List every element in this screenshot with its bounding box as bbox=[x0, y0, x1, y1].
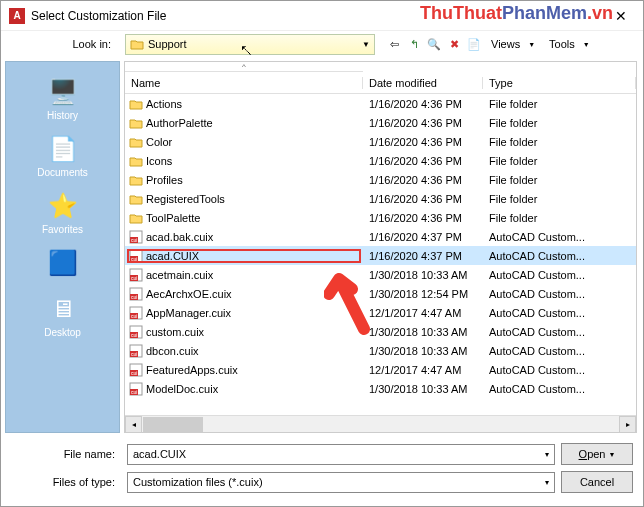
bottom-panel: File name: acad.CUIX▾ Open ▼ Files of ty… bbox=[1, 437, 643, 499]
app-icon: A bbox=[9, 8, 25, 24]
file-date: 1/16/2020 4:36 PM bbox=[363, 98, 483, 110]
folder-icon bbox=[129, 193, 143, 205]
file-type: File folder bbox=[483, 117, 636, 129]
file-row[interactable]: cuiAppManager.cuix12/1/2017 4:47 AMAutoC… bbox=[125, 303, 636, 322]
file-type: File folder bbox=[483, 212, 636, 224]
file-row[interactable]: Color1/16/2020 4:36 PMFile folder bbox=[125, 132, 636, 151]
svg-text:cui: cui bbox=[131, 389, 137, 395]
file-row[interactable]: Actions1/16/2020 4:36 PMFile folder bbox=[125, 94, 636, 113]
file-row[interactable]: cuiacad.bak.cuix1/16/2020 4:37 PMAutoCAD… bbox=[125, 227, 636, 246]
file-rows: Actions1/16/2020 4:36 PMFile folderAutho… bbox=[125, 94, 636, 415]
column-headers: Name Date modified Type bbox=[125, 72, 636, 94]
sidebar-item[interactable]: 🖥Desktop bbox=[23, 289, 103, 342]
cancel-button[interactable]: Cancel bbox=[561, 471, 633, 493]
file-name: acad.bak.cuix bbox=[146, 231, 213, 243]
chevron-down-icon: ▾ bbox=[545, 478, 549, 487]
new-folder-icon[interactable]: 📄 bbox=[465, 35, 483, 53]
svg-text:cui: cui bbox=[131, 351, 137, 357]
doc-icon: 📄 bbox=[47, 133, 79, 165]
search-icon[interactable]: 🔍 bbox=[425, 35, 443, 53]
header-type[interactable]: Type bbox=[483, 77, 636, 89]
svg-text:cui: cui bbox=[131, 313, 137, 319]
header-name[interactable]: Name bbox=[125, 77, 363, 89]
tools-menu[interactable]: Tools bbox=[547, 38, 577, 50]
file-name: Icons bbox=[146, 155, 172, 167]
folder-icon bbox=[130, 38, 144, 50]
filetype-dropdown[interactable]: Customization files (*.cuix)▾ bbox=[127, 472, 555, 493]
svg-text:cui: cui bbox=[131, 332, 137, 338]
file-type: AutoCAD Custom... bbox=[483, 345, 636, 357]
file-date: 1/16/2020 4:36 PM bbox=[363, 193, 483, 205]
file-row[interactable]: RegisteredTools1/16/2020 4:36 PMFile fol… bbox=[125, 189, 636, 208]
close-button[interactable]: ✕ bbox=[607, 4, 635, 28]
file-date: 12/1/2017 4:47 AM bbox=[363, 364, 483, 376]
file-date: 1/16/2020 4:36 PM bbox=[363, 136, 483, 148]
file-name: acetmain.cuix bbox=[146, 269, 213, 281]
back-icon[interactable]: ⇦ bbox=[385, 35, 403, 53]
file-name: acad.CUIX bbox=[146, 250, 199, 262]
file-type: AutoCAD Custom... bbox=[483, 269, 636, 281]
file-row[interactable]: AuthorPalette1/16/2020 4:36 PMFile folde… bbox=[125, 113, 636, 132]
lookin-dropdown[interactable]: Support ▼ bbox=[125, 34, 375, 55]
file-date: 1/30/2018 12:54 PM bbox=[363, 288, 483, 300]
scroll-left-icon[interactable]: ◂ bbox=[125, 416, 142, 433]
file-date: 12/1/2017 4:47 AM bbox=[363, 307, 483, 319]
file-row[interactable]: Icons1/16/2020 4:36 PMFile folder bbox=[125, 151, 636, 170]
file-name: dbcon.cuix bbox=[146, 345, 199, 357]
file-name: ToolPalette bbox=[146, 212, 200, 224]
sidebar-item[interactable]: 🟦 bbox=[23, 243, 103, 285]
folder-icon bbox=[129, 136, 143, 148]
file-row[interactable]: cuicustom.cuix1/30/2018 10:33 AMAutoCAD … bbox=[125, 322, 636, 341]
ftp-icon: 🟦 bbox=[47, 247, 79, 279]
file-type: AutoCAD Custom... bbox=[483, 364, 636, 376]
sidebar-item[interactable]: 🖥️History bbox=[23, 72, 103, 125]
file-row[interactable]: cuiacetmain.cuix1/30/2018 10:33 AMAutoCA… bbox=[125, 265, 636, 284]
horizontal-scrollbar[interactable]: ◂ ▸ bbox=[125, 415, 636, 432]
lookin-label: Look in: bbox=[9, 38, 119, 50]
file-name: ModelDoc.cuix bbox=[146, 383, 218, 395]
file-row[interactable]: cuiacad.CUIX1/16/2020 4:37 PMAutoCAD Cus… bbox=[125, 246, 636, 265]
file-date: 1/16/2020 4:37 PM bbox=[363, 231, 483, 243]
sidebar-item[interactable]: 📄Documents bbox=[23, 129, 103, 182]
file-row[interactable]: cuiFeaturedApps.cuix12/1/2017 4:47 AMAut… bbox=[125, 360, 636, 379]
open-button[interactable]: Open ▼ bbox=[561, 443, 633, 465]
folder-icon bbox=[129, 98, 143, 110]
scroll-thumb[interactable] bbox=[143, 417, 203, 432]
file-type: File folder bbox=[483, 136, 636, 148]
chevron-down-icon: ▼ bbox=[362, 40, 370, 49]
filetype-label: Files of type: bbox=[11, 476, 121, 488]
views-menu[interactable]: Views bbox=[489, 38, 522, 50]
file-date: 1/30/2018 10:33 AM bbox=[363, 345, 483, 357]
file-date: 1/30/2018 10:33 AM bbox=[363, 383, 483, 395]
file-row[interactable]: cuiAecArchxOE.cuix1/30/2018 12:54 PMAuto… bbox=[125, 284, 636, 303]
cuix-file-icon: cui bbox=[129, 363, 143, 377]
file-row[interactable]: ToolPalette1/16/2020 4:36 PMFile folder bbox=[125, 208, 636, 227]
places-sidebar: 🖥️History📄Documents⭐Favorites🟦🖥Desktop bbox=[5, 61, 120, 433]
sidebar-item-label: Documents bbox=[37, 167, 88, 178]
cuix-file-icon: cui bbox=[129, 287, 143, 301]
file-name: custom.cuix bbox=[146, 326, 204, 338]
file-row[interactable]: Profiles1/16/2020 4:36 PMFile folder bbox=[125, 170, 636, 189]
file-type: AutoCAD Custom... bbox=[483, 326, 636, 338]
sidebar-item-label: Desktop bbox=[44, 327, 81, 338]
scroll-right-icon[interactable]: ▸ bbox=[619, 416, 636, 433]
file-row[interactable]: cuiModelDoc.cuix1/30/2018 10:33 AMAutoCA… bbox=[125, 379, 636, 398]
filename-input[interactable]: acad.CUIX▾ bbox=[127, 444, 555, 465]
file-date: 1/30/2018 10:33 AM bbox=[363, 269, 483, 281]
sidebar-item[interactable]: ⭐Favorites bbox=[23, 186, 103, 239]
folder-icon bbox=[129, 174, 143, 186]
star-icon: ⭐ bbox=[47, 190, 79, 222]
file-name: FeaturedApps.cuix bbox=[146, 364, 238, 376]
file-type: File folder bbox=[483, 155, 636, 167]
file-name: AuthorPalette bbox=[146, 117, 213, 129]
delete-icon[interactable]: ✖ bbox=[445, 35, 463, 53]
header-date[interactable]: Date modified bbox=[363, 77, 483, 89]
svg-text:cui: cui bbox=[131, 256, 137, 262]
file-name: AecArchxOE.cuix bbox=[146, 288, 232, 300]
up-icon[interactable]: ↰ bbox=[405, 35, 423, 53]
svg-text:cui: cui bbox=[131, 275, 137, 281]
file-row[interactable]: cuidbcon.cuix1/30/2018 10:33 AMAutoCAD C… bbox=[125, 341, 636, 360]
filename-label: File name: bbox=[11, 448, 121, 460]
sidebar-item-label: History bbox=[47, 110, 78, 121]
cuix-file-icon: cui bbox=[129, 344, 143, 358]
